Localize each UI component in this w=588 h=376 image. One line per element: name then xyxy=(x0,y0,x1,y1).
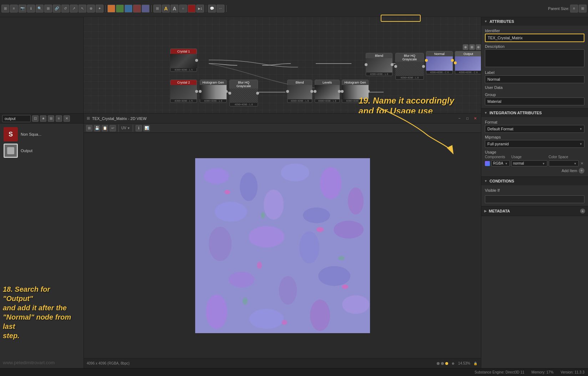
svg-point-2 xyxy=(204,168,229,184)
toolbar-icon-camera[interactable]: 📷 xyxy=(19,5,26,12)
toolbar-icon-plus[interactable]: ⊕ xyxy=(87,5,95,12)
toolbar-icon-home[interactable]: ⊞ xyxy=(1,5,9,12)
svg-point-15 xyxy=(279,276,297,305)
toolbar-icon-expand[interactable]: ⊞ xyxy=(579,5,587,12)
description-field: Description xyxy=(485,44,584,68)
filter-icon[interactable]: ⊡ xyxy=(32,115,39,122)
view-dot-2[interactable] xyxy=(441,362,444,365)
search-input[interactable] xyxy=(2,115,31,122)
node-crystal1[interactable]: Crystal 1 4096×4096 - L 5 xyxy=(170,49,197,72)
uv-control[interactable]: UV ▼ xyxy=(121,126,130,130)
toolbar-icon-num[interactable]: ▶1 xyxy=(196,5,204,12)
node-graph[interactable]: Crystal 1 4096×4096 - L 5 Blend 4096×409… xyxy=(84,17,481,114)
view-dot-1[interactable] xyxy=(437,362,440,365)
label-input[interactable] xyxy=(485,75,584,83)
node-blurhq1[interactable]: Blur HQ Grayscale 4096×4096 - L 8 xyxy=(395,53,424,80)
chart-icon[interactable]: 📊 xyxy=(143,125,150,131)
toolbar-icon-a[interactable]: A xyxy=(162,5,170,12)
minimize-icon[interactable]: − xyxy=(457,116,462,121)
node-histogen2-title: Histogram Gen xyxy=(342,80,368,85)
node-blend2[interactable]: Blend 4096×4096 - L 8 xyxy=(287,80,312,103)
list-item[interactable]: S Non Squa... xyxy=(4,127,80,141)
conditions-header[interactable]: ▼ CONDITIONS xyxy=(481,177,588,185)
metadata-title: METADATA xyxy=(489,209,510,213)
integration-header[interactable]: ▼ INTEGRATION ATTRIBUTES xyxy=(481,109,588,117)
image-info: 4096 x 4096 (RGBA, 8bpc) xyxy=(87,361,130,365)
info-icon[interactable]: ℹ xyxy=(136,125,142,131)
bookmark-icon[interactable]: ★ xyxy=(40,115,46,122)
node-histogen1[interactable]: Histogram Gen 4096×4096 - L 8 xyxy=(200,80,227,103)
maximize-icon[interactable]: □ xyxy=(465,116,470,121)
toolbar-icon-rotate[interactable]: ↺ xyxy=(61,5,69,12)
node-blurhq2[interactable]: Blur HQ Grayscale 4096×4096 - L 8 xyxy=(229,80,258,106)
svg-point-13 xyxy=(334,221,364,239)
toolbar-icon-dots[interactable]: ··· xyxy=(217,5,224,12)
close-view-icon[interactable]: ✕ xyxy=(472,116,478,121)
toolbar-icon-color2[interactable] xyxy=(116,5,124,12)
node-dot-out xyxy=(367,90,370,93)
description-input[interactable] xyxy=(485,49,584,67)
svg-point-4 xyxy=(281,164,309,181)
identifier-input[interactable] xyxy=(485,34,584,42)
delete-usage-icon[interactable]: ✕ xyxy=(579,161,584,166)
view-toolbar-icon1[interactable]: ⊞ xyxy=(86,125,92,131)
node-output1[interactable]: ⊕ ⊞ ⊗ Output 4096×4096 - C 8 xyxy=(455,51,481,74)
view-toolbar-icon2[interactable]: 💾 xyxy=(94,125,100,131)
node-crystal2[interactable]: Crystal 2 4096×4096 - L 5 xyxy=(170,80,197,103)
usage-table-header: Components Usage Color Space xyxy=(485,155,584,159)
comp-select[interactable]: RGBA xyxy=(491,160,510,166)
close-icon[interactable]: ✕ xyxy=(64,115,70,122)
node-dot-in xyxy=(286,90,289,93)
node-dot-in1 xyxy=(425,59,428,62)
svg-point-9 xyxy=(348,187,364,215)
toolbar-icon-grid[interactable]: ⊞ xyxy=(44,5,52,12)
toolbar-icon-search[interactable]: 🔍 xyxy=(36,5,44,12)
node-blend1[interactable]: Blend 4096×4096 - L 8 xyxy=(366,53,392,76)
toolbar-icon-cursor[interactable]: ↖ xyxy=(78,5,86,12)
toolbar-icon-color1[interactable] xyxy=(107,5,115,12)
toolbar-icon-red[interactable] xyxy=(188,5,196,12)
zoom-icon[interactable]: ⊕ xyxy=(450,361,456,366)
cs-select[interactable] xyxy=(549,160,579,166)
node-histogen2[interactable]: Histogram Gen 4096×4096 - L 8 xyxy=(342,80,369,103)
node-dot-out xyxy=(422,65,425,68)
view-dot-3[interactable] xyxy=(445,362,448,365)
list-view-icon[interactable]: ≡ xyxy=(56,115,62,122)
left-panel-bottom: ⊡ ★ ⊞ ≡ ✕ S Non Squa... Output xyxy=(0,114,83,368)
node-crystal1-info: 4096×4096 - L 5 xyxy=(174,68,193,71)
toolbar-icon-star[interactable]: ✦ xyxy=(96,5,103,12)
toolbar-icon-comment[interactable]: 💬 xyxy=(208,5,216,12)
toolbar-icon-arrow[interactable]: ↗ xyxy=(70,5,78,12)
toolbar-icon-link[interactable]: 🔗 xyxy=(53,5,61,12)
mipmaps-select[interactable]: Full pyramid xyxy=(485,140,584,148)
toolbar-icon-info[interactable]: ℹ xyxy=(27,5,35,12)
node-dot-in xyxy=(394,65,397,68)
version-info: Version: 11.3.3 xyxy=(561,370,584,374)
list-item[interactable]: Output xyxy=(4,144,80,158)
toolbar-icon-color5[interactable] xyxy=(142,5,149,12)
toolbar-icon-color3[interactable] xyxy=(125,5,132,12)
view-toolbar-icon3[interactable]: 📋 xyxy=(102,125,108,131)
metadata-header[interactable]: ▶ METADATA + xyxy=(481,206,588,216)
metadata-add-icon[interactable]: + xyxy=(580,209,585,214)
format-select[interactable]: Default Format xyxy=(485,125,584,133)
toolbar-icon-size[interactable]: ≡ xyxy=(570,5,578,12)
grid-view-icon[interactable]: ⊞ xyxy=(48,115,54,122)
group-input[interactable] xyxy=(485,97,584,105)
toolbar-icon-color4[interactable] xyxy=(133,5,141,12)
node-normal1[interactable]: Normal 4096×4096 - C 8 xyxy=(426,51,453,74)
node-blend1-info: 4096×4096 - L 8 xyxy=(370,72,389,76)
usage-select[interactable]: normal xyxy=(511,160,547,166)
toolbar-icon-a2[interactable]: A xyxy=(171,5,178,12)
lock-icon[interactable]: 🔒 xyxy=(472,361,478,366)
toolbar-icon-2[interactable]: ≡ xyxy=(10,5,18,12)
node-levels[interactable]: Levels 4096×4096 - L 8 xyxy=(315,80,340,103)
visible-if-input[interactable] xyxy=(485,195,584,203)
add-item-button[interactable]: + xyxy=(579,168,584,174)
view-toolbar-icon4[interactable]: ↩ xyxy=(110,125,116,131)
toolbar-icon-circle[interactable]: ○ xyxy=(179,5,187,12)
svg-point-3 xyxy=(240,172,258,201)
attributes-header[interactable]: ▼ ATTRIBUTES xyxy=(481,17,588,26)
toolbar-icon-grid2[interactable]: ⊞ xyxy=(153,5,161,12)
attributes-section: ▼ ATTRIBUTES Identifier Description Labe… xyxy=(481,17,588,109)
